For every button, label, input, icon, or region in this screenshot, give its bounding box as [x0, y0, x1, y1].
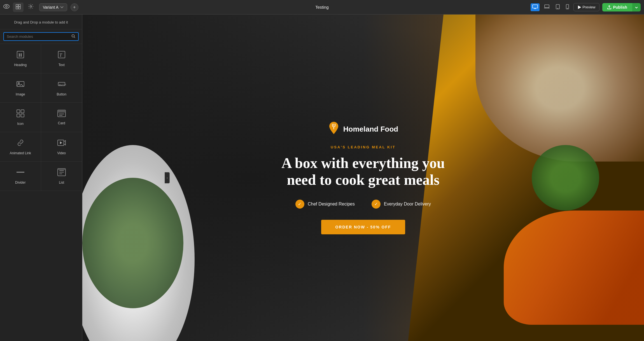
hero-logo: Homeland Food: [276, 121, 450, 137]
module-text[interactable]: T Text: [41, 44, 82, 73]
device-mobile-button[interactable]: [564, 3, 571, 11]
svg-text:H: H: [18, 53, 22, 57]
heading-icon: H: [16, 50, 25, 61]
search-icon: [71, 34, 75, 39]
svg-line-16: [74, 37, 75, 38]
svg-point-1: [6, 6, 7, 7]
list-icon: [57, 168, 66, 178]
search-input[interactable]: [7, 34, 71, 39]
svg-rect-25: [17, 110, 20, 113]
button-label: Button: [57, 92, 66, 96]
card-label: Card: [58, 121, 65, 125]
search-wrap: [0, 29, 82, 44]
module-divider[interactable]: Divider: [0, 162, 41, 191]
modules-toggle-button[interactable]: [13, 3, 24, 12]
device-laptop-button[interactable]: [542, 3, 551, 11]
svg-point-0: [4, 4, 9, 8]
animated-link-icon: [16, 138, 25, 149]
variant-selector[interactable]: Variant A: [39, 3, 67, 11]
topbar-right-controls: Preview Publish: [531, 3, 641, 11]
svg-rect-4: [16, 7, 18, 9]
publish-dropdown-button[interactable]: [632, 3, 641, 11]
drag-hint: Drag and Drop a module to add it: [0, 15, 82, 29]
svg-rect-27: [17, 114, 20, 117]
svg-rect-5: [18, 7, 20, 9]
svg-point-22: [18, 82, 19, 84]
divider-icon: [16, 168, 25, 178]
feature-text-1: Chef Designed Recipes: [308, 201, 355, 207]
svg-point-6: [30, 6, 32, 7]
feature-item-1: ✓ Chef Designed Recipes: [295, 200, 355, 209]
svg-rect-28: [21, 114, 24, 117]
svg-text:BUTTON: BUTTON: [59, 83, 66, 86]
search-container: [3, 32, 79, 41]
image-label: Image: [16, 92, 25, 96]
svg-point-12: [567, 8, 568, 8]
svg-rect-40: [58, 169, 66, 170]
svg-rect-8: [545, 5, 549, 8]
svg-marker-34: [60, 141, 62, 144]
module-list[interactable]: List: [41, 162, 82, 191]
module-animated-link[interactable]: Animated Link: [0, 132, 41, 162]
animated-link-label: Animated Link: [10, 151, 31, 155]
topbar: Variant A + Testing: [0, 0, 644, 15]
modules-sidebar: Drag and Drop a module to add it: [0, 15, 82, 341]
image-icon: [16, 80, 25, 90]
brand-name: Homeland Food: [343, 125, 398, 134]
module-grid: H Heading T Text: [0, 44, 82, 191]
svg-rect-26: [21, 110, 24, 113]
svg-marker-13: [578, 6, 581, 9]
hero-content: Homeland Food USA'S LEADING MEAL KIT A b…: [265, 121, 461, 234]
settings-icon[interactable]: [28, 4, 34, 11]
hero-cta-button[interactable]: ORDER NOW - 50% OFF: [321, 220, 405, 234]
module-button[interactable]: BUTTON Button: [41, 73, 82, 103]
module-heading[interactable]: H Heading: [0, 44, 41, 73]
text-icon: T: [57, 50, 66, 61]
icon-module-icon: [16, 109, 25, 120]
feature-text-2: Everyday Door Delivery: [384, 201, 431, 207]
video-label: Video: [57, 151, 66, 155]
hero-heading: A box with everything you need to cook g…: [276, 155, 450, 188]
svg-rect-7: [533, 5, 538, 8]
icon-label: Icon: [17, 122, 24, 126]
module-image[interactable]: Image: [0, 73, 41, 103]
module-video[interactable]: Video: [41, 132, 82, 162]
heading-label: Heading: [14, 63, 27, 67]
eye-icon[interactable]: [3, 4, 10, 10]
food-broccoli-decoration: [532, 145, 599, 210]
publish-label: Publish: [613, 5, 627, 10]
device-desktop-button[interactable]: [531, 3, 540, 11]
list-label: List: [59, 181, 64, 184]
publish-button[interactable]: Publish: [602, 3, 632, 11]
svg-text:T: T: [59, 52, 62, 58]
preview-button[interactable]: Preview: [573, 3, 599, 11]
hero-features: ✓ Chef Designed Recipes ✓ Everyday Door …: [276, 200, 450, 209]
plus-icon: +: [73, 5, 76, 10]
module-icon[interactable]: Icon: [0, 103, 41, 132]
hero-subtitle: USA'S LEADING MEAL KIT: [276, 145, 450, 149]
button-icon: BUTTON: [57, 80, 66, 90]
food-carrot-decoration: [504, 211, 644, 325]
feature-item-2: ✓ Everyday Door Delivery: [372, 200, 431, 209]
video-icon: [57, 138, 66, 149]
card-icon: [57, 109, 66, 119]
sidebar-collapse-button[interactable]: ‹: [165, 172, 170, 183]
variant-label: Variant A: [43, 5, 59, 10]
main-layout: Drag and Drop a module to add it: [0, 15, 644, 341]
svg-point-15: [72, 34, 74, 37]
food-salad-decoration: [82, 178, 183, 308]
brand-logo-icon: [328, 121, 339, 137]
feature-check-icon-2: ✓: [372, 200, 381, 209]
preview-label: Preview: [582, 5, 595, 9]
module-card[interactable]: Card: [41, 103, 82, 132]
divider-label: Divider: [15, 181, 25, 184]
text-label: Text: [59, 63, 65, 67]
page-title: Testing: [315, 5, 329, 10]
svg-rect-2: [16, 4, 18, 6]
device-tablet-button[interactable]: [554, 3, 561, 11]
add-variant-button[interactable]: +: [71, 3, 78, 11]
publish-button-group: Publish: [602, 3, 641, 11]
svg-rect-30: [58, 110, 66, 113]
feature-check-icon-1: ✓: [295, 200, 304, 209]
svg-rect-3: [18, 4, 20, 6]
